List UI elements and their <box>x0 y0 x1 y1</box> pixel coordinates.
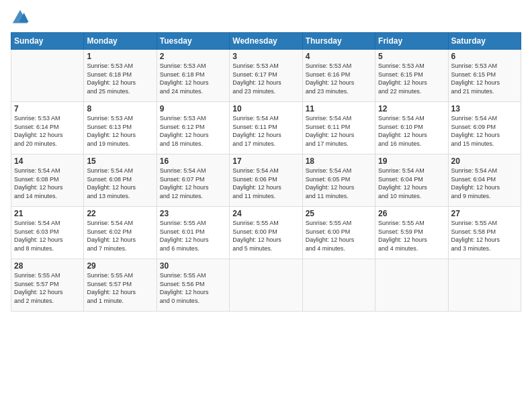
week-row-2: 14Sunrise: 5:54 AMSunset: 6:08 PMDayligh… <box>11 154 521 207</box>
day-info: Sunrise: 5:53 AMSunset: 6:18 PMDaylight:… <box>160 62 226 95</box>
day-cell: 5Sunrise: 5:53 AMSunset: 6:15 PMDaylight… <box>375 50 448 102</box>
day-info: Sunrise: 5:53 AMSunset: 6:15 PMDaylight:… <box>378 62 445 95</box>
day-number: 30 <box>160 261 226 271</box>
day-number: 5 <box>378 52 445 61</box>
day-cell <box>302 259 375 312</box>
day-cell: 20Sunrise: 5:54 AMSunset: 6:04 PMDayligh… <box>448 154 521 207</box>
day-cell: 7Sunrise: 5:53 AMSunset: 6:14 PMDaylight… <box>11 102 84 154</box>
day-info: Sunrise: 5:54 AMSunset: 6:08 PMDaylight:… <box>87 167 153 200</box>
day-cell: 11Sunrise: 5:54 AMSunset: 6:11 PMDayligh… <box>302 102 375 154</box>
day-number: 29 <box>87 261 153 271</box>
day-number: 16 <box>160 156 226 166</box>
day-cell: 18Sunrise: 5:54 AMSunset: 6:05 PMDayligh… <box>302 154 375 207</box>
day-cell: 26Sunrise: 5:55 AMSunset: 5:59 PMDayligh… <box>375 207 448 259</box>
day-number: 1 <box>87 52 153 61</box>
day-info: Sunrise: 5:55 AMSunset: 5:59 PMDaylight:… <box>378 219 445 253</box>
day-number: 20 <box>451 156 518 166</box>
day-number: 11 <box>306 104 372 113</box>
header-monday: Monday <box>84 33 157 50</box>
day-cell: 2Sunrise: 5:53 AMSunset: 6:18 PMDaylight… <box>157 50 229 102</box>
day-info: Sunrise: 5:54 AMSunset: 6:09 PMDaylight:… <box>451 114 518 148</box>
day-cell: 1Sunrise: 5:53 AMSunset: 6:18 PMDaylight… <box>84 50 157 102</box>
day-cell: 9Sunrise: 5:53 AMSunset: 6:12 PMDaylight… <box>157 102 229 154</box>
day-cell <box>11 50 84 102</box>
day-cell: 3Sunrise: 5:53 AMSunset: 6:17 PMDaylight… <box>230 50 302 102</box>
header-saturday: Saturday <box>448 33 521 50</box>
day-cell: 4Sunrise: 5:53 AMSunset: 6:16 PMDaylight… <box>302 50 375 102</box>
day-info: Sunrise: 5:54 AMSunset: 6:11 PMDaylight:… <box>232 114 299 148</box>
week-row-0: 1Sunrise: 5:53 AMSunset: 6:18 PMDaylight… <box>11 50 521 102</box>
day-cell: 10Sunrise: 5:54 AMSunset: 6:11 PMDayligh… <box>230 102 302 154</box>
day-cell: 24Sunrise: 5:55 AMSunset: 6:00 PMDayligh… <box>230 207 302 259</box>
day-info: Sunrise: 5:53 AMSunset: 6:14 PMDaylight:… <box>14 114 81 148</box>
page-header <box>11 8 521 27</box>
day-info: Sunrise: 5:54 AMSunset: 6:04 PMDaylight:… <box>451 167 518 200</box>
day-cell: 30Sunrise: 5:55 AMSunset: 5:56 PMDayligh… <box>157 259 229 312</box>
day-cell: 14Sunrise: 5:54 AMSunset: 6:08 PMDayligh… <box>11 154 84 207</box>
day-cell: 22Sunrise: 5:54 AMSunset: 6:02 PMDayligh… <box>84 207 157 259</box>
header-friday: Friday <box>375 33 448 50</box>
day-number: 18 <box>306 156 372 166</box>
calendar-header-row: SundayMondayTuesdayWednesdayThursdayFrid… <box>11 33 521 50</box>
day-number: 24 <box>232 209 299 218</box>
day-number: 4 <box>306 52 372 61</box>
day-cell: 21Sunrise: 5:54 AMSunset: 6:03 PMDayligh… <box>11 207 84 259</box>
day-number: 15 <box>87 156 153 166</box>
day-cell: 12Sunrise: 5:54 AMSunset: 6:10 PMDayligh… <box>375 102 448 154</box>
day-number: 17 <box>232 156 299 166</box>
day-cell: 23Sunrise: 5:55 AMSunset: 6:01 PMDayligh… <box>157 207 229 259</box>
day-number: 23 <box>160 209 226 218</box>
day-number: 12 <box>378 104 445 113</box>
day-info: Sunrise: 5:53 AMSunset: 6:18 PMDaylight:… <box>87 62 153 95</box>
day-number: 19 <box>378 156 445 166</box>
day-info: Sunrise: 5:54 AMSunset: 6:07 PMDaylight:… <box>160 167 226 200</box>
day-number: 22 <box>87 209 153 218</box>
day-info: Sunrise: 5:54 AMSunset: 6:05 PMDaylight:… <box>306 167 372 200</box>
day-info: Sunrise: 5:53 AMSunset: 6:12 PMDaylight:… <box>160 114 226 148</box>
day-cell <box>375 259 448 312</box>
day-info: Sunrise: 5:54 AMSunset: 6:08 PMDaylight:… <box>14 167 81 200</box>
day-info: Sunrise: 5:54 AMSunset: 6:10 PMDaylight:… <box>378 114 445 148</box>
day-info: Sunrise: 5:55 AMSunset: 5:58 PMDaylight:… <box>451 219 518 253</box>
day-cell: 28Sunrise: 5:55 AMSunset: 5:57 PMDayligh… <box>11 259 84 312</box>
day-info: Sunrise: 5:53 AMSunset: 6:17 PMDaylight:… <box>232 62 299 95</box>
day-info: Sunrise: 5:54 AMSunset: 6:04 PMDaylight:… <box>378 167 445 200</box>
day-cell <box>448 259 521 312</box>
day-number: 6 <box>451 52 518 61</box>
day-cell: 25Sunrise: 5:55 AMSunset: 6:00 PMDayligh… <box>302 207 375 259</box>
day-info: Sunrise: 5:54 AMSunset: 6:02 PMDaylight:… <box>87 219 153 253</box>
day-number: 7 <box>14 104 81 113</box>
day-number: 21 <box>14 209 81 218</box>
day-number: 28 <box>14 261 81 271</box>
logo-icon <box>11 8 30 27</box>
day-info: Sunrise: 5:55 AMSunset: 6:01 PMDaylight:… <box>160 219 226 253</box>
day-cell: 19Sunrise: 5:54 AMSunset: 6:04 PMDayligh… <box>375 154 448 207</box>
day-cell <box>230 259 302 312</box>
day-info: Sunrise: 5:53 AMSunset: 6:13 PMDaylight:… <box>87 114 153 148</box>
header-tuesday: Tuesday <box>157 33 229 50</box>
day-cell: 6Sunrise: 5:53 AMSunset: 6:15 PMDaylight… <box>448 50 521 102</box>
header-thursday: Thursday <box>302 33 375 50</box>
logo <box>11 8 32 27</box>
day-number: 10 <box>232 104 299 113</box>
week-row-3: 21Sunrise: 5:54 AMSunset: 6:03 PMDayligh… <box>11 207 521 259</box>
day-info: Sunrise: 5:54 AMSunset: 6:06 PMDaylight:… <box>232 167 299 200</box>
day-info: Sunrise: 5:53 AMSunset: 6:15 PMDaylight:… <box>451 62 518 95</box>
calendar-table: SundayMondayTuesdayWednesdayThursdayFrid… <box>11 32 521 312</box>
day-info: Sunrise: 5:54 AMSunset: 6:03 PMDaylight:… <box>14 219 81 253</box>
day-number: 2 <box>160 52 226 61</box>
day-cell: 15Sunrise: 5:54 AMSunset: 6:08 PMDayligh… <box>84 154 157 207</box>
week-row-1: 7Sunrise: 5:53 AMSunset: 6:14 PMDaylight… <box>11 102 521 154</box>
day-number: 8 <box>87 104 153 113</box>
day-info: Sunrise: 5:53 AMSunset: 6:16 PMDaylight:… <box>306 62 372 95</box>
day-number: 14 <box>14 156 81 166</box>
day-number: 3 <box>232 52 299 61</box>
day-number: 13 <box>451 104 518 113</box>
day-number: 27 <box>451 209 518 218</box>
day-info: Sunrise: 5:55 AMSunset: 5:57 PMDaylight:… <box>87 271 153 305</box>
day-number: 9 <box>160 104 226 113</box>
day-info: Sunrise: 5:55 AMSunset: 5:56 PMDaylight:… <box>160 271 226 305</box>
day-cell: 16Sunrise: 5:54 AMSunset: 6:07 PMDayligh… <box>157 154 229 207</box>
day-cell: 17Sunrise: 5:54 AMSunset: 6:06 PMDayligh… <box>230 154 302 207</box>
day-cell: 13Sunrise: 5:54 AMSunset: 6:09 PMDayligh… <box>448 102 521 154</box>
